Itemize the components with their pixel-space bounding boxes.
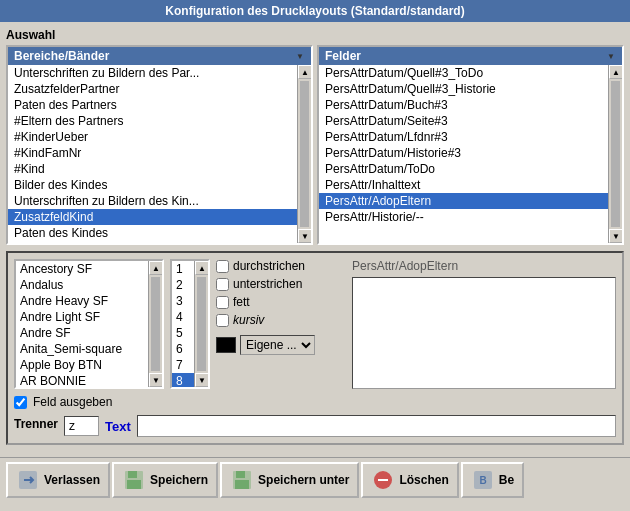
font-list-container: Ancestory SFAndalusAndre Heavy SFAndre L…	[14, 259, 164, 389]
preview-box	[352, 277, 616, 389]
list-item[interactable]: 2	[172, 277, 194, 293]
feld-ausgeben-label: Feld ausgeben	[33, 395, 112, 409]
list-item[interactable]: PersAttrDatum/Seite#3	[319, 113, 608, 129]
be-button[interactable]: B Be	[461, 462, 524, 498]
svg-rect-2	[128, 471, 137, 478]
bereiche-header: Bereiche/Bänder ▼	[8, 47, 311, 65]
bereiche-items[interactable]: Unterschriften zu Bildern des Par...Zusa…	[8, 65, 297, 243]
auswahl-section: Auswahl Bereiche/Bänder ▼ Unterschriften…	[6, 28, 624, 245]
list-item[interactable]: PersAttr/Inhalttext	[319, 177, 608, 193]
list-item[interactable]: 4	[172, 309, 194, 325]
list-item[interactable]: PersAttrDatum/Buch#3	[319, 97, 608, 113]
list-item[interactable]: PersAttrDatum/Quell#3_Historie	[319, 81, 608, 97]
list-item[interactable]: Andre Light SF	[16, 309, 148, 325]
list-item[interactable]: ZusatzfelderPartner	[8, 81, 297, 97]
trenner-input[interactable]	[64, 416, 99, 436]
bereiche-header-arrow: ▼	[295, 51, 305, 62]
verlassen-label: Verlassen	[44, 473, 100, 487]
list-item[interactable]: Anita_Semi-square	[16, 341, 148, 357]
number-scroll-down[interactable]: ▼	[195, 373, 208, 387]
list-item[interactable]: Bilder des Kindes	[8, 177, 297, 193]
speichern-unter-button[interactable]: Speichern unter	[220, 462, 359, 498]
kursiv-checkbox[interactable]	[216, 314, 229, 327]
text-label: Text	[105, 419, 131, 434]
font-scroll-down[interactable]: ▼	[149, 373, 162, 387]
speichern-unter-icon	[230, 468, 254, 492]
bereiche-list-container: Bereiche/Bänder ▼ Unterschriften zu Bild…	[6, 45, 313, 245]
bereiche-scroll-up[interactable]: ▲	[298, 65, 311, 79]
svg-rect-8	[378, 479, 388, 481]
trenner-label: Trenner	[14, 417, 58, 431]
list-item[interactable]: 3	[172, 293, 194, 309]
list-item[interactable]: PersAttr/Historie/--	[319, 209, 608, 225]
felder-list-container: Felder ▼ PersAttrDatum/Quell#3_ToDoPersA…	[317, 45, 624, 245]
durchstrichen-label: durchstrichen	[233, 259, 305, 273]
list-item[interactable]: Ancestory SF	[16, 261, 148, 277]
list-item[interactable]: Unterschriften zu Bildern des Par...	[8, 65, 297, 81]
durchstrichen-row: durchstrichen	[216, 259, 346, 273]
list-item[interactable]: #KinderUeber	[8, 129, 297, 145]
preview-label: PersAttr/AdopEltern	[352, 259, 616, 273]
loeschen-icon	[371, 468, 395, 492]
list-item[interactable]: 6	[172, 341, 194, 357]
color-box	[216, 337, 236, 353]
font-items[interactable]: Ancestory SFAndalusAndre Heavy SFAndre L…	[16, 261, 148, 387]
durchstrichen-checkbox[interactable]	[216, 260, 229, 273]
svg-rect-3	[127, 480, 141, 489]
text-input[interactable]	[137, 415, 616, 437]
list-item[interactable]: PersAttrDatum/Quell#3_ToDo	[319, 65, 608, 81]
svg-text:B: B	[479, 475, 486, 486]
number-scroll-up[interactable]: ▲	[195, 261, 208, 275]
dropdown-row: Eigene ...	[216, 335, 346, 355]
eigene-dropdown[interactable]: Eigene ...	[240, 335, 315, 355]
svg-rect-6	[235, 480, 249, 489]
list-item[interactable]: PersAttrDatum/Lfdnr#3	[319, 129, 608, 145]
font-scroll-up[interactable]: ▲	[149, 261, 162, 275]
list-item[interactable]: Andalus	[16, 277, 148, 293]
unterstrichen-checkbox[interactable]	[216, 278, 229, 291]
feld-ausgeben-row: Feld ausgeben	[14, 395, 616, 409]
preview-area: PersAttr/AdopEltern	[352, 259, 616, 389]
list-item[interactable]: 5	[172, 325, 194, 341]
felder-scroll-down[interactable]: ▼	[609, 229, 622, 243]
loeschen-button[interactable]: Löschen	[361, 462, 458, 498]
list-item[interactable]: #KindFamNr	[8, 145, 297, 161]
title-bar: Konfiguration des Drucklayouts (Standard…	[0, 0, 630, 22]
list-item[interactable]: Unterschriften zu Bildern des Kin...	[8, 193, 297, 209]
feld-ausgeben-checkbox[interactable]	[14, 396, 27, 409]
auswahl-label: Auswahl	[6, 28, 624, 42]
felder-items[interactable]: PersAttrDatum/Quell#3_ToDoPersAttrDatum/…	[319, 65, 608, 243]
bereiche-scroll-down[interactable]: ▼	[298, 229, 311, 243]
list-item[interactable]: PersAttrDatum/ToDo	[319, 161, 608, 177]
felder-scroll-up[interactable]: ▲	[609, 65, 622, 79]
list-item[interactable]: PersAttrDatum/Historie#3	[319, 145, 608, 161]
unterstrichen-row: unterstrichen	[216, 277, 346, 291]
speichern-unter-label: Speichern unter	[258, 473, 349, 487]
number-list-container: 1234567891011 ▲ ▼	[170, 259, 210, 389]
list-item[interactable]: Apple Boy BTN	[16, 357, 148, 373]
kursiv-label: kursiv	[233, 313, 264, 327]
unterstrichen-label: unterstrichen	[233, 277, 302, 291]
list-item[interactable]: Paten des Kindes	[8, 225, 297, 241]
svg-rect-5	[236, 471, 245, 478]
list-item[interactable]: AR BONNIE	[16, 373, 148, 387]
loeschen-label: Löschen	[399, 473, 448, 487]
list-item[interactable]: #Eltern des Partners	[8, 113, 297, 129]
list-item[interactable]: 8	[172, 373, 194, 387]
number-items[interactable]: 1234567891011	[172, 261, 194, 387]
speichern-label: Speichern	[150, 473, 208, 487]
verlassen-button[interactable]: Verlassen	[6, 462, 110, 498]
felder-header-arrow: ▼	[606, 51, 616, 62]
be-label: Be	[499, 473, 514, 487]
list-item[interactable]: PersAttr/AdopEltern	[319, 193, 608, 209]
list-item[interactable]: 7	[172, 357, 194, 373]
list-item[interactable]: Andre Heavy SF	[16, 293, 148, 309]
list-item[interactable]: 1	[172, 261, 194, 277]
list-item[interactable]: #Kind	[8, 161, 297, 177]
list-item[interactable]: Paten des Partners	[8, 97, 297, 113]
list-item[interactable]: Andre SF	[16, 325, 148, 341]
felder-header: Felder ▼	[319, 47, 622, 65]
list-item[interactable]: ZusatzfeldKind	[8, 209, 297, 225]
speichern-button[interactable]: Speichern	[112, 462, 218, 498]
fett-checkbox[interactable]	[216, 296, 229, 309]
